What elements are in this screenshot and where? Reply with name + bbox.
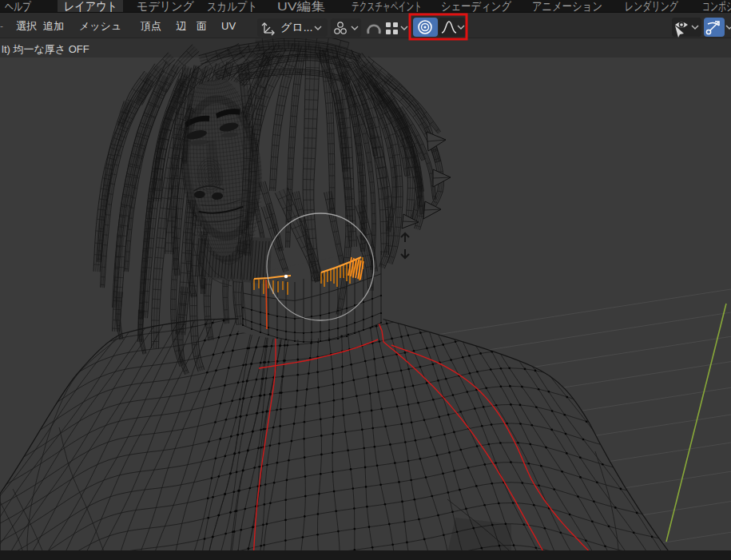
- svg-text:ヘルプ: ヘルプ: [5, 0, 31, 13]
- svg-text:アニメーション: アニメーション: [532, 0, 602, 13]
- svg-text:レイアウト: レイアウト: [64, 0, 117, 13]
- svg-text:頂点: 頂点: [140, 20, 161, 32]
- svg-text:モデリング: モデリング: [137, 0, 195, 13]
- svg-text:辺: 辺: [176, 20, 186, 32]
- svg-text:グロ...: グロ...: [280, 21, 312, 34]
- svg-text:レンダリング: レンダリング: [625, 0, 678, 13]
- svg-text:追加: 追加: [43, 20, 64, 32]
- svg-text:シェーディング: シェーディング: [441, 0, 512, 13]
- svg-text:メッシュ: メッシュ: [79, 20, 121, 32]
- svg-text:スカルプト: スカルプト: [207, 0, 257, 13]
- svg-text:選択: 選択: [16, 20, 37, 32]
- svg-text:lt) 均一な厚さ OFF: lt) 均一な厚さ OFF: [2, 43, 89, 55]
- svg-text:UV編集: UV編集: [277, 0, 325, 13]
- svg-text:-: -: [0, 21, 3, 32]
- svg-text:テクスチャペイント: テクスチャペイント: [352, 0, 422, 13]
- svg-text:コンポジッ: コンポジッ: [702, 0, 731, 13]
- svg-text:UV: UV: [221, 20, 236, 32]
- svg-text:面: 面: [197, 20, 207, 32]
